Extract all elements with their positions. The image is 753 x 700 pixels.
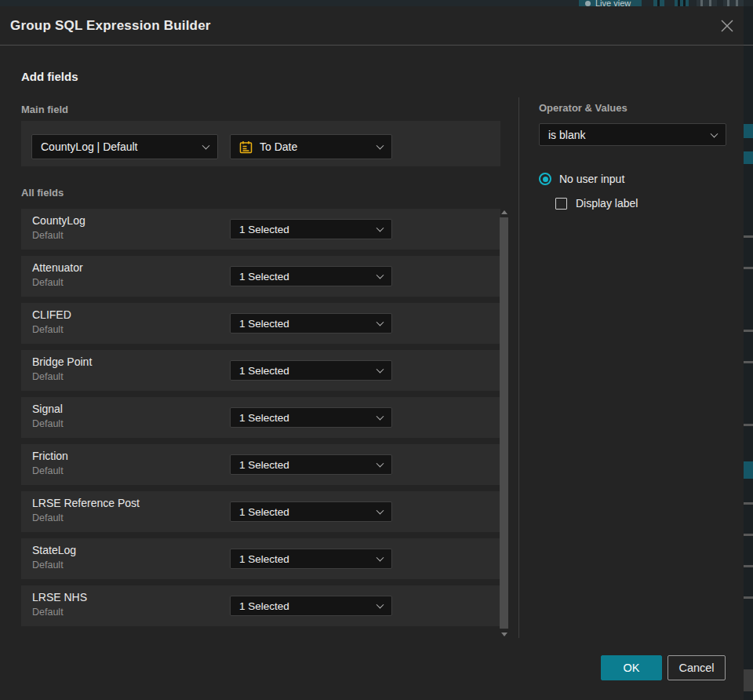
field-values-select[interactable]: 1 Selected [230, 454, 392, 475]
field-name: CountyLog [32, 214, 85, 227]
toolbar-button-fragment [653, 0, 664, 6]
field-subtitle: Default [32, 324, 64, 335]
field-values-select-value: 1 Selected [239, 553, 289, 565]
main-field-label: Main field [21, 104, 68, 115]
chevron-down-icon [376, 460, 384, 468]
main-field-select[interactable]: CountyLog | Default [31, 134, 218, 159]
chevron-down-icon [202, 142, 210, 150]
field-values-select[interactable]: 1 Selected [230, 360, 392, 381]
field-type-select-value: To Date [260, 140, 297, 153]
chevron-down-icon [376, 554, 384, 562]
operator-select[interactable]: is blank [539, 123, 726, 146]
field-values-select[interactable]: 1 Selected [230, 266, 392, 286]
scrollbar-down-arrow[interactable] [501, 633, 507, 636]
display-label-checkbox[interactable]: Display label [555, 197, 638, 210]
live-view-button[interactable]: Live view [579, 0, 642, 6]
field-name: Bridge Point [32, 355, 92, 368]
field-values-select-value: 1 Selected [239, 600, 289, 612]
scrollbar-up-arrow[interactable] [501, 210, 507, 214]
chevron-down-icon [376, 224, 384, 232]
all-fields-label: All fields [21, 187, 64, 199]
field-values-select[interactable]: 1 Selected [230, 219, 392, 239]
field-row: Bridge Point Default 1 Selected [21, 350, 500, 391]
column-divider [518, 97, 519, 638]
operator-select-value: is blank [548, 129, 585, 141]
chevron-down-icon [376, 366, 384, 374]
field-row: StateLog Default 1 Selected [21, 538, 500, 579]
chevron-down-icon [376, 272, 384, 279]
section-title: Add fields [21, 70, 78, 83]
toolbar-button-fragment [697, 0, 717, 6]
field-row: Attenuator Default 1 Selected [21, 256, 500, 297]
field-subtitle: Default [32, 560, 64, 571]
field-row: CountyLog Default 1 Selected [21, 209, 500, 250]
field-values-select[interactable]: 1 Selected [230, 313, 392, 334]
field-name: LRSE NHS [32, 591, 87, 603]
fields-scrollbar [500, 209, 508, 638]
field-row: Friction Default 1 Selected [21, 444, 500, 485]
field-values-select-value: 1 Selected [239, 318, 289, 330]
field-subtitle: Default [32, 418, 64, 429]
field-values-select-value: 1 Selected [239, 506, 289, 518]
no-user-input-label: No user input [559, 173, 624, 185]
display-label-label: Display label [576, 197, 638, 210]
field-name: Signal [32, 403, 63, 415]
field-subtitle: Default [32, 277, 64, 288]
field-name: CLIFED [32, 308, 71, 321]
live-indicator-dot [585, 1, 591, 6]
main-field-select-value: CountyLog | Default [41, 140, 138, 153]
operator-values-label: Operator & Values [539, 102, 628, 114]
chevron-down-icon [376, 507, 384, 515]
field-row: CLIFED Default 1 Selected [21, 303, 500, 344]
checkbox-unchecked-icon [555, 198, 567, 210]
field-values-select-value: 1 Selected [239, 412, 289, 424]
cancel-button[interactable]: Cancel [668, 655, 726, 680]
no-user-input-radio[interactable]: No user input [539, 173, 624, 185]
field-subtitle: Default [32, 465, 64, 476]
field-values-select-value: 1 Selected [239, 365, 289, 377]
field-values-select[interactable]: 1 Selected [230, 501, 392, 522]
field-values-select-value: 1 Selected [239, 271, 289, 283]
all-fields-list: CountyLog Default 1 Selected Attenuator … [21, 209, 500, 633]
chevron-down-icon [376, 319, 384, 326]
field-subtitle: Default [32, 230, 64, 241]
close-button[interactable] [715, 14, 739, 38]
field-name: LRSE Reference Post [32, 497, 140, 509]
chevron-down-icon [376, 601, 384, 609]
toolbar-button-fragment [723, 0, 744, 6]
field-subtitle: Default [32, 371, 64, 382]
field-row: LRSE NHS Default 1 Selected [21, 585, 500, 626]
field-row: LRSE Reference Post Default 1 Selected [21, 491, 500, 532]
group-sql-expression-builder-dialog: Group SQL Expression Builder Add fields … [0, 6, 744, 700]
field-values-select[interactable]: 1 Selected [230, 407, 392, 428]
calendar-icon [239, 140, 253, 154]
chevron-down-icon [376, 413, 384, 421]
field-values-select[interactable]: 1 Selected [230, 549, 392, 569]
field-values-select-value: 1 Selected [239, 224, 289, 235]
chevron-down-icon [711, 129, 718, 137]
radio-selected-icon [539, 173, 551, 185]
dialog-title: Group SQL Expression Builder [10, 18, 211, 34]
field-name: StateLog [32, 544, 76, 556]
toolbar-button-fragment [675, 0, 689, 6]
field-name: Attenuator [32, 261, 83, 274]
field-values-select-value: 1 Selected [239, 459, 289, 471]
backdrop-right-strip [744, 6, 753, 700]
main-field-panel: CountyLog | Default To Date [21, 121, 500, 166]
field-values-select[interactable]: 1 Selected [230, 596, 392, 616]
scrollbar-thumb[interactable] [500, 217, 508, 629]
chevron-down-icon [376, 142, 384, 150]
field-subtitle: Default [32, 512, 64, 523]
field-type-select[interactable]: To Date [230, 134, 392, 159]
app-header-strip: Live view [0, 0, 753, 6]
dialog-title-bar: Group SQL Expression Builder [0, 6, 744, 46]
field-subtitle: Default [32, 607, 64, 618]
live-view-label: Live view [595, 0, 631, 6]
field-name: Friction [32, 450, 68, 462]
close-icon [719, 18, 735, 34]
field-row: Signal Default 1 Selected [21, 397, 500, 438]
ok-button[interactable]: OK [601, 655, 662, 680]
